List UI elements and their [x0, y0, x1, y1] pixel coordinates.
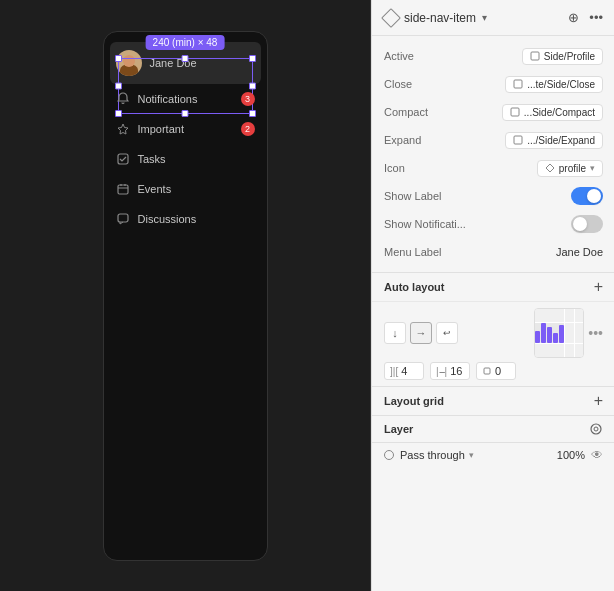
align-mc[interactable]: [565, 323, 574, 343]
nav-label-discussions: Discussions: [138, 213, 255, 225]
prop-icon: Icon profile ▾: [372, 154, 614, 182]
prop-show-label: Show Label: [372, 182, 614, 210]
layout-grid-add-button[interactable]: +: [594, 393, 603, 409]
active-value-tag[interactable]: Side/Profile: [522, 48, 603, 65]
padding-right-field[interactable]: 0: [476, 362, 516, 380]
bar-2: [541, 323, 546, 343]
show-notif-label: Show Notificati...: [384, 218, 466, 230]
show-label-toggle-knob: [587, 189, 601, 203]
panel-title-area: side-nav-item ▾: [384, 11, 487, 25]
size-badge: 240 (min) × 48: [146, 35, 225, 50]
svg-rect-10: [514, 136, 522, 144]
nav-item-tasks[interactable]: Tasks: [110, 144, 261, 174]
expand-value-tag[interactable]: .../Side/Expand: [505, 132, 603, 149]
bar-4: [553, 333, 558, 343]
svg-rect-1: [118, 154, 128, 164]
layer-opacity[interactable]: 100%: [557, 449, 585, 461]
active-value[interactable]: Side/Profile: [522, 48, 603, 65]
chat-icon: [116, 212, 130, 226]
icon-value-tag[interactable]: profile ▾: [537, 160, 603, 177]
svg-rect-6: [118, 214, 128, 222]
compact-label: Compact: [384, 106, 464, 118]
svg-rect-2: [118, 185, 128, 194]
svg-rect-7: [531, 52, 539, 60]
phone-frame: Jane Doe 240 (min) × 48: [103, 31, 268, 561]
align-tr[interactable]: [575, 309, 584, 322]
expand-label: Expand: [384, 134, 464, 146]
align-bl[interactable]: [535, 344, 564, 357]
svg-rect-9: [511, 108, 519, 116]
auto-layout-row2: ]|[ 4 |‒| 16 0: [384, 362, 603, 380]
direction-down-button[interactable]: ↓: [384, 322, 406, 344]
padding-right-icon: [482, 366, 492, 376]
layer-settings-icon[interactable]: [589, 422, 603, 436]
prop-close: Close ...te/Side/Close: [372, 70, 614, 98]
show-notif-toggle[interactable]: [571, 215, 603, 233]
layer-opacity-area: 100% 👁: [557, 448, 603, 462]
nav-label-tasks: Tasks: [138, 153, 255, 165]
notifications-badge: 3: [241, 92, 255, 106]
bar-chart: [535, 323, 564, 343]
show-notif-toggle-knob: [573, 217, 587, 231]
important-badge: 2: [241, 122, 255, 136]
auto-layout-add-button[interactable]: +: [594, 279, 603, 295]
align-br[interactable]: [575, 344, 584, 357]
nav-item-events[interactable]: Events: [110, 174, 261, 204]
move-icon[interactable]: ⊕: [568, 10, 579, 25]
compact-value-tag[interactable]: ...Side/Compact: [502, 104, 603, 121]
component-icon: [381, 8, 401, 28]
auto-layout-title: Auto layout: [384, 281, 445, 293]
align-bc[interactable]: [565, 344, 574, 357]
align-mr[interactable]: [575, 323, 584, 343]
menu-label-value[interactable]: Jane Doe: [556, 246, 603, 258]
nav-item-profile[interactable]: Jane Doe 240 (min) × 48: [110, 42, 261, 84]
nav-label-important: Important: [138, 123, 233, 135]
auto-layout-more[interactable]: •••: [588, 325, 603, 341]
direction-right-button[interactable]: →: [410, 322, 432, 344]
close-value-tag[interactable]: ...te/Side/Close: [505, 76, 603, 93]
gap-field[interactable]: ]|[ 4: [384, 362, 424, 380]
nav-label-notifications: Notifications: [138, 93, 233, 105]
svg-rect-12: [484, 368, 490, 374]
nav-item-discussions[interactable]: Discussions: [110, 204, 261, 234]
prop-show-notification: Show Notificati...: [372, 210, 614, 238]
svg-point-13: [591, 424, 601, 434]
padding-value: 16: [450, 365, 462, 377]
nav-item-notifications[interactable]: Notifications 3: [110, 84, 261, 114]
layer-section-header: Layer: [372, 416, 614, 443]
panel-header: side-nav-item ▾ ⊕ •••: [372, 0, 614, 36]
prop-active: Active Side/Profile: [372, 42, 614, 70]
icon-chevron[interactable]: ▾: [590, 163, 595, 173]
nav-item-important[interactable]: Important 2: [110, 114, 261, 144]
right-panel: side-nav-item ▾ ⊕ ••• Active Side/Profil…: [371, 0, 614, 591]
active-label: Active: [384, 50, 464, 62]
layer-mode-text: Pass through: [400, 449, 465, 461]
gap-icon: ]|[: [390, 366, 398, 377]
padding-field[interactable]: |‒| 16: [430, 362, 470, 380]
title-chevron-icon[interactable]: ▾: [482, 12, 487, 23]
layer-mode-value[interactable]: Pass through ▾: [400, 449, 474, 461]
auto-layout-controls: ↓ → ↩: [372, 302, 614, 387]
calendar-icon: [116, 182, 130, 196]
eye-icon[interactable]: 👁: [591, 448, 603, 462]
layout-grid-title: Layout grid: [384, 395, 444, 407]
gap-value: 4: [401, 365, 407, 377]
nav-label-profile: Jane Doe: [150, 57, 255, 69]
align-tl[interactable]: [535, 309, 564, 322]
icon-value[interactable]: profile ▾: [537, 160, 603, 177]
checkbox-icon: [116, 152, 130, 166]
profile-avatar: [116, 50, 142, 76]
more-icon[interactable]: •••: [589, 10, 603, 25]
align-ml[interactable]: [535, 323, 564, 343]
alignment-grid[interactable]: [534, 308, 584, 358]
show-label-toggle[interactable]: [571, 187, 603, 205]
panel-header-actions: ⊕ •••: [568, 10, 603, 25]
auto-layout-header: Auto layout +: [372, 273, 614, 302]
star-icon: [116, 122, 130, 136]
bell-icon: [116, 92, 130, 106]
layer-mode-chevron[interactable]: ▾: [469, 450, 474, 460]
layout-grid-section: Layout grid +: [372, 387, 614, 416]
direction-wrap-button[interactable]: ↩: [436, 322, 458, 344]
align-tc[interactable]: [565, 309, 574, 322]
layer-title: Layer: [384, 423, 413, 435]
